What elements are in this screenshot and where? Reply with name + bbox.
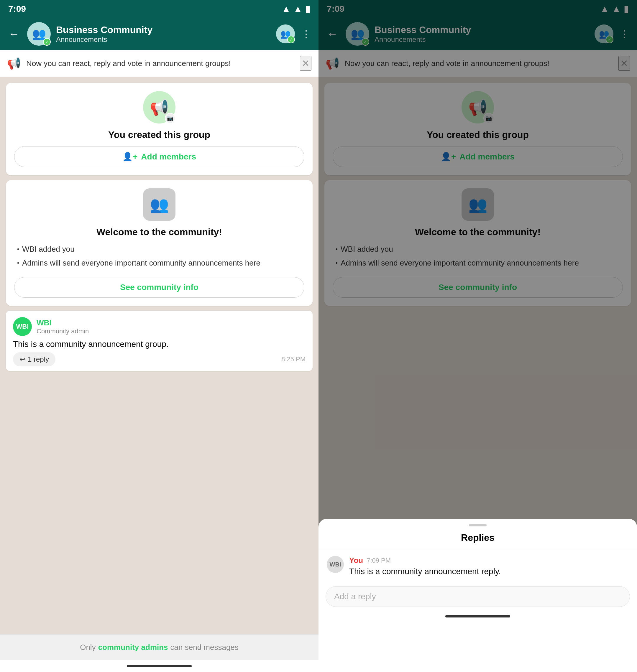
add-reply-input[interactable]: Add a reply: [326, 586, 630, 607]
left-video-verified: ✓: [287, 36, 295, 43]
left-time: 7:09: [8, 4, 26, 14]
left-status-icons: ▲ ▲ ▮: [282, 4, 310, 14]
left-group-avatar: 👥 ✓: [27, 22, 51, 46]
left-wbi-header: WBI WBI Community admin: [13, 317, 306, 336]
left-community-admins-link[interactable]: community admins: [98, 643, 168, 652]
reply-avatar: WBI: [327, 556, 344, 573]
right-panel: 7:09 ▲ ▲ ▮ ← 👥 ✓ Business Community Anno…: [318, 0, 637, 672]
left-welcome-card: 👥 Welcome to the community! • WBI added …: [6, 180, 313, 306]
left-group-name: Business Community: [56, 24, 271, 35]
left-created-card: 📢 📷 You created this group 👤+ Add member…: [6, 83, 313, 175]
left-chat-area: 📢 📷 You created this group 👤+ Add member…: [0, 77, 318, 634]
left-add-members-icon: 👤+: [122, 152, 138, 162]
left-back-button[interactable]: ←: [6, 25, 22, 43]
left-wbi-role: Community admin: [37, 328, 89, 335]
left-community-avatar-icon: 👥: [150, 196, 169, 214]
left-bottom-prefix: Only: [80, 643, 95, 652]
left-wbi-identity: WBI Community admin: [37, 318, 89, 335]
left-top-bar: ← 👥 ✓ Business Community Announcements 👥…: [0, 18, 318, 50]
left-bottom-suffix: can send messages: [170, 643, 239, 652]
left-reply-button[interactable]: ↩ 1 reply: [13, 352, 55, 366]
left-bottom-bar: Only community admins can send messages: [0, 634, 318, 660]
left-bullet-text-2: Admins will send everyone important comm…: [22, 257, 260, 269]
left-bullet-2: • Admins will send everyone important co…: [17, 257, 304, 269]
reply-content: You 7:09 PM This is a community announce…: [349, 556, 629, 576]
left-wbi-footer: ↩ 1 reply 8:25 PM: [13, 352, 306, 366]
right-home-indicator: [318, 610, 637, 622]
reply-time: 7:09 PM: [367, 557, 391, 564]
reply-header: You 7:09 PM: [349, 556, 629, 565]
left-add-members-button[interactable]: 👤+ Add members: [14, 146, 304, 167]
left-top-bar-icons: 👥 ✓ ⋮: [276, 24, 313, 43]
left-wbi-message: WBI WBI Community admin This is a commun…: [6, 311, 313, 371]
reply-item: WBI You 7:09 PM This is a community anno…: [318, 549, 637, 583]
reply-text: This is a community announcement reply.: [349, 567, 629, 576]
left-home-bar: [127, 665, 192, 667]
left-bullet-dot-1: •: [17, 245, 19, 254]
left-created-avatar: 📢 📷: [143, 91, 176, 124]
right-replies-sheet: Replies WBI You 7:09 PM This is a commun…: [318, 519, 637, 672]
reply-avatar-text: WBI: [330, 561, 341, 568]
sheet-handle: [469, 524, 487, 526]
wifi-icon: ▲: [282, 4, 291, 14]
left-group-avatar-icon: 👥: [32, 27, 46, 40]
left-welcome-title: Welcome to the community!: [96, 227, 222, 238]
left-add-members-label: Add members: [141, 152, 196, 162]
left-megaphone-icon: 📢: [7, 57, 21, 70]
left-wbi-body: This is a community announcement group.: [13, 338, 306, 350]
left-status-bar: 7:09 ▲ ▲ ▮: [0, 0, 318, 18]
reply-name: You: [349, 556, 363, 565]
replies-title: Replies: [318, 526, 637, 549]
left-bullet-1: • WBI added you: [17, 243, 304, 255]
left-wbi-name: WBI: [37, 318, 89, 328]
left-wbi-time: 8:25 PM: [281, 355, 306, 363]
left-created-avatar-icon: 📢: [150, 98, 169, 116]
battery-icon: ▮: [305, 4, 310, 14]
left-panel: 7:09 ▲ ▲ ▮ ← 👥 ✓ Business Community Anno…: [0, 0, 318, 672]
left-group-info: Business Community Announcements: [56, 24, 271, 44]
left-group-sub: Announcements: [56, 35, 271, 44]
left-bullet-dot-2: •: [17, 259, 19, 267]
left-see-community-button[interactable]: See community info: [14, 277, 304, 298]
left-bullet-text-1: WBI added you: [22, 243, 75, 255]
left-wbi-avatar-text: WBI: [16, 323, 29, 331]
left-video-avatar: 👥 ✓: [276, 24, 295, 43]
left-banner-close-button[interactable]: ✕: [300, 56, 311, 71]
left-bullet-list: • WBI added you • Admins will send every…: [14, 243, 304, 271]
left-community-avatar: 👥: [143, 188, 176, 221]
left-banner-text: Now you can react, reply and vote in ann…: [26, 58, 295, 69]
left-home-indicator: [0, 660, 318, 672]
left-see-community-label: See community info: [120, 283, 199, 292]
left-reply-count: 1 reply: [28, 355, 49, 363]
left-reply-icon: ↩: [19, 355, 25, 363]
left-wbi-avatar: WBI: [13, 317, 32, 336]
left-created-title: You created this group: [108, 129, 210, 140]
right-home-bar: [445, 615, 510, 617]
signal-icon: ▲: [293, 4, 302, 14]
left-camera-badge: 📷: [165, 113, 176, 124]
left-announcement-banner: 📢 Now you can react, reply and vote in a…: [0, 50, 318, 77]
left-more-button[interactable]: ⋮: [299, 26, 313, 41]
left-verified-badge: ✓: [43, 38, 51, 46]
